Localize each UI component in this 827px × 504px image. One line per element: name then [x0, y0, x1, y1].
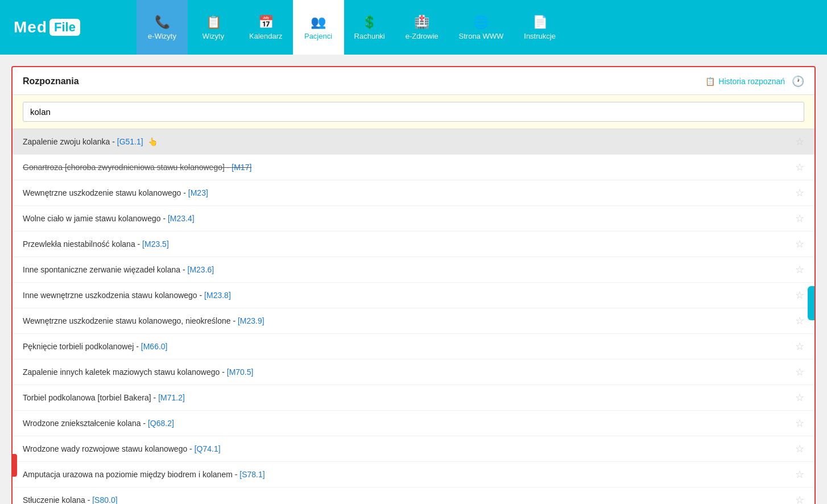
result-text: Wrodzone zniekształcenie kolana - [Q68.2…	[23, 419, 788, 428]
star-icon[interactable]: ☆	[795, 366, 804, 378]
result-text: Inne wewnętrzne uszkodzenia stawu kolano…	[23, 291, 788, 300]
result-code: [M17]	[231, 163, 251, 172]
result-item[interactable]: Wrodzone zniekształcenie kolana - [Q68.2…	[13, 411, 814, 436]
red-marker	[13, 454, 17, 477]
result-text: Amputacja urazowa na poziomie między bio…	[23, 470, 788, 479]
section-header: Rozpoznania 📋 Historia rozpoznań 🕐	[13, 67, 814, 95]
result-text-main: Stłuczenie kolana - [S80.0]	[23, 495, 118, 504]
result-text-main: Wrodzone zniekształcenie kolana - [Q68.2…	[23, 419, 174, 428]
result-text-main: Inne spontaniczne zerwanie więzadeł kola…	[23, 265, 214, 274]
result-text: Zapalenie zwoju kolanka - [G51.1]👆	[23, 137, 788, 146]
nav-icon-e-zdrowie: 🏥	[414, 15, 429, 30]
nav-item-kalendarz[interactable]: 📅 Kalendarz	[239, 0, 293, 55]
result-code: [M23.5]	[142, 239, 169, 249]
nav-item-e-zdrowie[interactable]: 🏥 e-Zdrowie	[395, 0, 449, 55]
result-text: Wewnętrzne uszkodzenie stawu kolanowego …	[23, 188, 788, 197]
nav-item-pacjenci[interactable]: 👥 Pacjenci	[293, 0, 344, 55]
scroll-indicator[interactable]	[808, 286, 814, 320]
result-text-main: Wolne ciało w jamie stawu kolanowego - […	[23, 214, 195, 223]
result-item[interactable]: Pęknięcie torbieli podkolanowej - [M66.0…	[13, 334, 814, 360]
nav-icon-strona-www: 🌐	[473, 15, 489, 30]
star-icon[interactable]: ☆	[795, 468, 804, 481]
nav-item-rachunki[interactable]: 💲 Rachunki	[344, 0, 395, 55]
result-code: [M66.0]	[141, 342, 168, 351]
nav-icon-rachunki: 💲	[362, 15, 377, 30]
result-item[interactable]: Zapalenie innych kaletek maziowych stawu…	[13, 360, 814, 385]
result-code: [G51.1]👆	[117, 137, 158, 146]
result-text-main: Gonartroza [choroba zwyrodnieniowa stawu…	[23, 163, 251, 172]
star-icon[interactable]: ☆	[795, 443, 804, 455]
result-text-main: Inne wewnętrzne uszkodzenia stawu kolano…	[23, 291, 231, 300]
result-item[interactable]: Inne spontaniczne zerwanie więzadeł kola…	[13, 257, 814, 283]
result-code: [M23.6]	[188, 265, 214, 274]
header: Med File 📞 e-Wizyty 📋 Wizyty 📅 Kalendarz…	[0, 0, 827, 55]
nav-label-instrukcje: Instrukcje	[524, 32, 556, 40]
result-text: Wewnętrzne uszkodzenie stawu kolanowego,…	[23, 316, 788, 325]
result-item[interactable]: Gonartroza [choroba zwyrodnieniowa stawu…	[13, 155, 814, 180]
star-icon[interactable]: ☆	[795, 391, 804, 404]
result-text: Stłuczenie kolana - [S80.0]	[23, 495, 788, 504]
nav-item-strona-www[interactable]: 🌐 Strona WWW	[449, 0, 514, 55]
result-text-main: Amputacja urazowa na poziomie między bio…	[23, 470, 265, 479]
star-icon[interactable]: ☆	[795, 289, 804, 301]
result-code: [M23]	[188, 188, 208, 197]
nav-icon-instrukcje: 📄	[532, 15, 548, 30]
nav-item-wizyty[interactable]: 📋 Wizyty	[188, 0, 239, 55]
star-icon[interactable]: ☆	[795, 340, 804, 353]
result-item[interactable]: Stłuczenie kolana - [S80.0]☆	[13, 488, 814, 504]
result-text: Wolne ciało w jamie stawu kolanowego - […	[23, 214, 788, 223]
star-icon[interactable]: ☆	[795, 135, 804, 148]
result-text: Wrodzone wady rozwojowe stawu kolanowego…	[23, 444, 788, 453]
result-text: Zapalenie innych kaletek maziowych stawu…	[23, 367, 788, 377]
nav-item-instrukcje[interactable]: 📄 Instrukcje	[514, 0, 566, 55]
result-item[interactable]: Wolne ciało w jamie stawu kolanowego - […	[13, 206, 814, 232]
star-icon[interactable]: ☆	[795, 238, 804, 250]
result-item[interactable]: Wrodzone wady rozwojowe stawu kolanowego…	[13, 436, 814, 462]
result-text-main: Zapalenie innych kaletek maziowych stawu…	[23, 367, 253, 377]
star-icon[interactable]: ☆	[795, 212, 804, 225]
star-icon[interactable]: ☆	[795, 417, 804, 429]
result-item[interactable]: Amputacja urazowa na poziomie między bio…	[13, 462, 814, 488]
result-text: Torbiel podkolanowa [torbiel Bakera] - […	[23, 393, 788, 402]
result-item[interactable]: Wewnętrzne uszkodzenie stawu kolanowego …	[13, 180, 814, 206]
nav-icon-pacjenci: 👥	[311, 15, 326, 30]
history-link[interactable]: 📋 Historia rozpoznań	[705, 77, 785, 86]
nav-label-rachunki: Rachunki	[354, 32, 385, 40]
clock-icon[interactable]: 🕐	[792, 75, 804, 88]
star-icon[interactable]: ☆	[795, 494, 804, 504]
result-text: Przewlekła niestabilność kolana - [M23.5…	[23, 239, 788, 249]
nav-item-e-wizyty[interactable]: 📞 e-Wizyty	[137, 0, 188, 55]
result-text-main: Pęknięcie torbieli podkolanowej - [M66.0…	[23, 342, 168, 351]
result-item[interactable]: Inne wewnętrzne uszkodzenia stawu kolano…	[13, 283, 814, 308]
result-item[interactable]: Zapalenie zwoju kolanka - [G51.1]👆☆	[13, 129, 814, 155]
nav-label-pacjenci: Pacjenci	[304, 32, 332, 40]
result-code: [M23.9]	[238, 316, 264, 325]
result-item[interactable]: Przewlekła niestabilność kolana - [M23.5…	[13, 232, 814, 257]
result-code: [Q74.1]	[195, 444, 221, 453]
logo-med: Med	[14, 18, 47, 36]
result-text: Gonartroza [choroba zwyrodnieniowa stawu…	[23, 163, 788, 172]
cursor-indicator: 👆	[148, 137, 158, 146]
nav-icon-kalendarz: 📅	[258, 15, 274, 30]
result-text-main: Wewnętrzne uszkodzenie stawu kolanowego …	[23, 188, 208, 197]
search-input[interactable]	[23, 102, 804, 122]
results-list: Zapalenie zwoju kolanka - [G51.1]👆☆Gonar…	[13, 129, 814, 504]
result-text: Pęknięcie torbieli podkolanowej - [M66.0…	[23, 342, 788, 351]
search-area	[13, 95, 814, 129]
result-code: [M71.2]	[158, 393, 185, 402]
nav-label-e-zdrowie: e-Zdrowie	[406, 32, 439, 40]
result-item[interactable]: Wewnętrzne uszkodzenie stawu kolanowego,…	[13, 308, 814, 334]
star-icon[interactable]: ☆	[795, 187, 804, 199]
result-code: [S78.1]	[239, 470, 264, 479]
star-icon[interactable]: ☆	[795, 263, 804, 276]
result-text-main: Przewlekła niestabilność kolana - [M23.5…	[23, 239, 169, 249]
nav-label-wizyty: Wizyty	[202, 32, 224, 40]
section-header-right: 📋 Historia rozpoznań 🕐	[705, 75, 804, 88]
star-icon[interactable]: ☆	[795, 315, 804, 327]
nav-label-e-wizyty: e-Wizyty	[148, 32, 176, 40]
history-label: Historia rozpoznań	[718, 77, 785, 86]
result-code: [Q68.2]	[148, 419, 174, 428]
result-item[interactable]: Torbiel podkolanowa [torbiel Bakera] - […	[13, 385, 814, 411]
star-icon[interactable]: ☆	[795, 161, 804, 173]
nav-icon-wizyty: 📋	[206, 15, 221, 30]
